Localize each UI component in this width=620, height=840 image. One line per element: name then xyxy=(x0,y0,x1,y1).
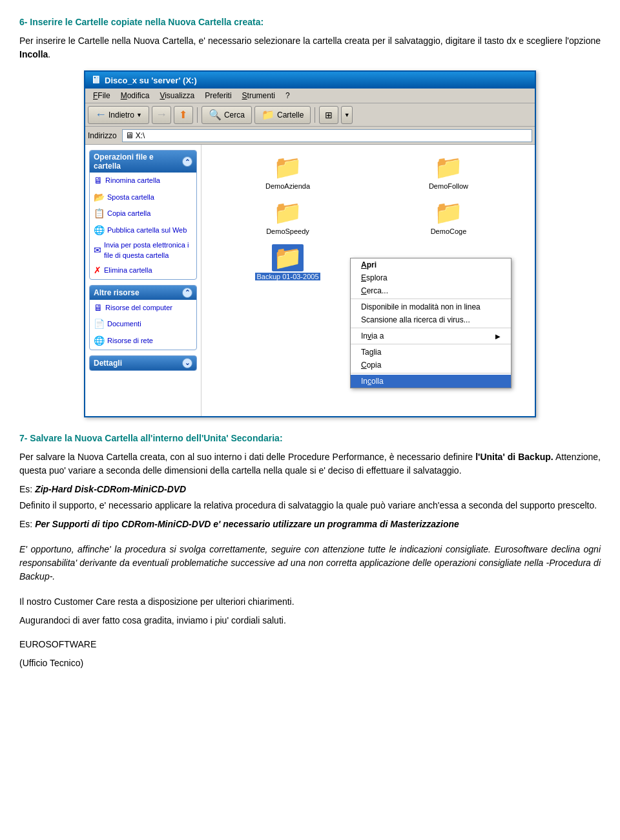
toolbar-separator-1 xyxy=(197,107,198,123)
forward-arrow-icon: → xyxy=(156,108,167,121)
folder-icon-demo-speedy: 📁 xyxy=(273,199,302,226)
window-icon: 🖥 xyxy=(90,74,101,86)
panel-header-dettagli[interactable]: Dettagli ⌄ xyxy=(89,355,197,371)
panel-item-sposta[interactable]: 📂 Sposta cartella xyxy=(90,189,196,206)
copy-icon: 📋 xyxy=(94,207,105,220)
heading-1: 6- Inserire le Cartelle copiate nella Nu… xyxy=(19,16,601,29)
panel-item-elimina[interactable]: ✗ Elimina cartella xyxy=(90,262,196,279)
paragraph-7: Il nostro Customer Care resta a disposiz… xyxy=(19,595,601,609)
address-bar: Indirizzo 🖥 X:\ xyxy=(85,127,535,145)
folder-demo-azienda[interactable]: 📁 DemoAzienda xyxy=(211,154,365,190)
forward-button[interactable]: → xyxy=(152,106,171,124)
left-panel: Operazioni file e cartella ⌃ 🖥 Rinomina … xyxy=(85,145,202,416)
footer-1: EUROSOFTWARE xyxy=(19,638,601,651)
search-button[interactable]: 🔍 Cerca xyxy=(202,106,252,124)
ctx-taglia[interactable]: Taglia xyxy=(351,346,511,359)
explorer-window: 🖥 Disco_x su 'server' (X:) FFile Modific… xyxy=(84,70,536,417)
panel-item-invia[interactable]: ✉ Invia per posta elettronica i file di … xyxy=(90,238,196,262)
paragraph-5: Es: Per Supporti di tipo CDRom-MiniCD-DV… xyxy=(19,518,601,531)
ctx-separator-3 xyxy=(351,344,511,344)
folders-button[interactable]: 📁 Cartelle xyxy=(254,106,311,124)
documents-icon: 📄 xyxy=(94,318,105,331)
ctx-arrow-icon: ▶ xyxy=(495,333,501,340)
paragraph-1: Per inserire le Cartelle nella Nuova Car… xyxy=(19,34,601,61)
paragraph-4: Definito il supporto, e' necessario appl… xyxy=(19,499,601,512)
view-dropdown-arrow-icon: ▼ xyxy=(344,112,350,118)
up-button[interactable]: ⬆ xyxy=(174,106,193,124)
panel-header-operations[interactable]: Operazioni file e cartella ⌃ xyxy=(90,151,196,173)
ctx-invia-a[interactable]: Invia a ▶ xyxy=(351,330,511,342)
panel-item-pubblica[interactable]: 🌐 Pubblica cartella sul Web xyxy=(90,222,196,239)
toolbar: ← Indietro ▼ → ⬆ 🔍 Cerca 📁 Cartelle ⊞ ▼ xyxy=(85,103,535,127)
view-toggle-button[interactable]: ⊞ xyxy=(319,106,338,124)
email-icon: ✉ xyxy=(94,244,101,257)
panel-section-operations: Operazioni file e cartella ⌃ 🖥 Rinomina … xyxy=(89,150,197,280)
collapse-operations-button[interactable]: ⌃ xyxy=(182,156,192,167)
ctx-incolla[interactable]: Incolla xyxy=(351,375,511,388)
ctx-separator-1 xyxy=(351,299,511,299)
folder-demo-speedy[interactable]: 📁 DemoSpeedy xyxy=(211,199,365,235)
panel-section-risorse: Altre risorse ⌃ 🖥 Risorse del computer 📄… xyxy=(89,285,197,350)
move-icon: 📂 xyxy=(94,191,105,204)
folder-backup[interactable]: 📁 Backup 01-03-2005 xyxy=(211,244,365,280)
panel-item-documenti[interactable]: 📄 Documenti xyxy=(90,316,196,333)
panel-item-computer[interactable]: 🖥 Risorse del computer xyxy=(90,300,196,317)
ctx-cerca[interactable]: Cerca... xyxy=(351,284,511,297)
address-field[interactable]: 🖥 X:\ xyxy=(122,129,532,142)
panel-header-risorse[interactable]: Altre risorse ⌃ xyxy=(90,286,196,300)
view-dropdown-button[interactable]: ▼ xyxy=(341,106,353,124)
context-menu: Apri Esplora Cerca... Disponibile in mod… xyxy=(350,258,512,388)
window-title: Disco_x su 'server' (X:) xyxy=(105,76,197,85)
folder-icon-demo-follow: 📁 xyxy=(434,154,463,181)
back-button[interactable]: ← Indietro ▼ xyxy=(88,106,149,124)
rename-icon: 🖥 xyxy=(94,174,103,187)
search-icon: 🔍 xyxy=(209,109,222,121)
folder-icon-demo-azienda: 📁 xyxy=(273,154,302,181)
folder-demo-follow[interactable]: 📁 DemoFollow xyxy=(371,154,526,190)
ctx-scansione[interactable]: Scansione alla ricerca di virus... xyxy=(351,313,511,326)
paragraph-3: Es: Zip-Hard Disk-CDRom-MiniCD-DVD xyxy=(19,483,601,496)
collapse-risorse-button[interactable]: ⌃ xyxy=(182,288,192,298)
panel-item-rinomina[interactable]: 🖥 Rinomina cartella xyxy=(90,173,196,189)
footer-2: (Ufficio Tecnico) xyxy=(19,656,601,670)
content-area: Operazioni file e cartella ⌃ 🖥 Rinomina … xyxy=(85,145,535,416)
web-icon: 🌐 xyxy=(94,224,105,237)
menu-visualizza[interactable]: Visualizza xyxy=(154,90,200,101)
collapse-dettagli-button[interactable]: ⌄ xyxy=(182,358,192,368)
computer-icon: 🖥 xyxy=(94,302,103,315)
ctx-disponibile[interactable]: Disponibile in modalità non in linea xyxy=(351,300,511,313)
up-arrow-icon: ⬆ xyxy=(179,109,187,121)
toolbar-separator-2 xyxy=(315,107,315,123)
menu-file[interactable]: FFile xyxy=(88,90,116,101)
folder-demo-coge[interactable]: 📁 DemoCoge xyxy=(371,199,526,235)
ctx-esplora[interactable]: Esplora xyxy=(351,271,511,284)
right-panel: 📁 DemoAzienda 📁 DemoFollow 📁 DemoSpeedy … xyxy=(202,145,535,416)
panel-item-copia[interactable]: 📋 Copia cartella xyxy=(90,205,196,222)
folder-icon-demo-coge: 📁 xyxy=(434,199,463,226)
view-icon: ⊞ xyxy=(325,110,333,120)
paragraph-6: E' opportuno, affinche' la procedura si … xyxy=(19,543,601,583)
delete-icon: ✗ xyxy=(94,264,101,277)
panel-item-rete[interactable]: 🌐 Risorse di rete xyxy=(90,333,196,350)
ctx-copia[interactable]: Copia xyxy=(351,359,511,372)
heading-2: 7- Salvare la Nuova Cartella all'interno… xyxy=(19,432,601,445)
paragraph-2: Per salvare la Nuova Cartella creata, co… xyxy=(19,450,601,478)
back-arrow-icon: ← xyxy=(95,108,107,121)
menu-strumenti[interactable]: Strumenti xyxy=(237,90,280,101)
paragraph-8: Augurandoci di aver fatto cosa gradita, … xyxy=(19,614,601,627)
network-icon: 🌐 xyxy=(94,335,105,348)
title-bar: 🖥 Disco_x su 'server' (X:) xyxy=(85,72,535,89)
ctx-separator-2 xyxy=(351,328,511,328)
folders-icon: 📁 xyxy=(262,109,274,121)
folder-icon-backup: 📁 xyxy=(272,244,304,271)
menu-help[interactable]: ? xyxy=(280,90,295,101)
menu-bar: FFile Modifica Visualizza Preferiti Stru… xyxy=(85,89,535,103)
address-folder-icon: 🖥 xyxy=(125,131,134,140)
ctx-separator-4 xyxy=(351,373,511,373)
menu-modifica[interactable]: Modifica xyxy=(116,90,155,101)
menu-preferiti[interactable]: Preferiti xyxy=(200,90,236,101)
ctx-apri[interactable]: Apri xyxy=(351,258,511,271)
